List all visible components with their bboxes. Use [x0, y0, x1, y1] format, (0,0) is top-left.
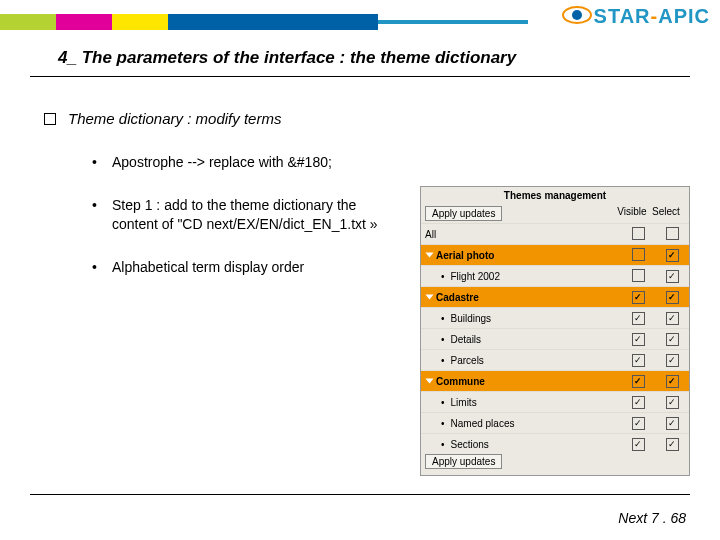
- section-heading: Theme dictionary : modify terms: [40, 110, 690, 127]
- checkbox[interactable]: ✓: [621, 291, 655, 304]
- checkbox[interactable]: ✓: [621, 438, 655, 451]
- themes-screenshot: Themes management Apply updates VisibleS…: [420, 186, 690, 476]
- checkbox[interactable]: ✓: [621, 312, 655, 325]
- checkbox[interactable]: ✓: [655, 396, 689, 409]
- column-headers: VisibleSelect: [615, 204, 689, 217]
- item-row[interactable]: Flight 2002✓: [421, 265, 689, 286]
- svg-point-1: [572, 10, 582, 20]
- category-row[interactable]: Cadastre✓✓: [421, 286, 689, 307]
- checkbox[interactable]: [621, 227, 655, 242]
- checkbox[interactable]: [621, 248, 655, 263]
- shot-title: Themes management: [421, 187, 689, 204]
- bullet-list: Apostrophe --> replace with &#180; Step …: [92, 153, 402, 277]
- list-item: Apostrophe --> replace with &#180;: [92, 153, 402, 172]
- title-underline: [30, 76, 690, 77]
- checkbox[interactable]: ✓: [621, 333, 655, 346]
- all-row[interactable]: All: [421, 223, 689, 244]
- category-row[interactable]: Commune✓✓: [421, 370, 689, 391]
- item-row[interactable]: Buildings✓✓: [421, 307, 689, 328]
- brand-text: STAR-APIC: [594, 6, 710, 26]
- checkbox[interactable]: ✓: [621, 396, 655, 409]
- checkbox[interactable]: ✓: [655, 438, 689, 451]
- checkbox[interactable]: ✓: [655, 354, 689, 367]
- apply-button-bottom[interactable]: Apply updates: [425, 454, 502, 469]
- checkbox[interactable]: ✓: [655, 270, 689, 283]
- item-row[interactable]: Parcels✓✓: [421, 349, 689, 370]
- checkbox[interactable]: ✓: [655, 333, 689, 346]
- checkbox[interactable]: [655, 227, 689, 242]
- checkbox[interactable]: [621, 269, 655, 284]
- checkbox[interactable]: ✓: [655, 291, 689, 304]
- checkbox[interactable]: ✓: [621, 354, 655, 367]
- checkbox[interactable]: ✓: [655, 249, 689, 262]
- list-item: Step 1 : add to the theme dictionary the…: [92, 196, 402, 234]
- item-row[interactable]: Limits✓✓: [421, 391, 689, 412]
- checkbox[interactable]: ✓: [621, 375, 655, 388]
- checkbox[interactable]: ✓: [655, 417, 689, 430]
- brand-eye-icon: [562, 0, 592, 30]
- checkbox[interactable]: ✓: [655, 375, 689, 388]
- page-number: Next 7 . 68: [618, 510, 686, 526]
- footer-rule: [30, 494, 690, 495]
- item-row[interactable]: Named places✓✓: [421, 412, 689, 433]
- item-row[interactable]: Details✓✓: [421, 328, 689, 349]
- tree-body: Aerial photo✓Flight 2002✓Cadastre✓✓Build…: [421, 244, 689, 454]
- apply-button-top[interactable]: Apply updates: [425, 206, 502, 221]
- list-item: Alphabetical term display order: [92, 258, 402, 277]
- slide-title: 4_ The parameters of the interface : the…: [58, 48, 516, 68]
- checkbox[interactable]: ✓: [621, 417, 655, 430]
- item-row[interactable]: Sections✓✓: [421, 433, 689, 454]
- category-row[interactable]: Aerial photo✓: [421, 244, 689, 265]
- checkbox[interactable]: ✓: [655, 312, 689, 325]
